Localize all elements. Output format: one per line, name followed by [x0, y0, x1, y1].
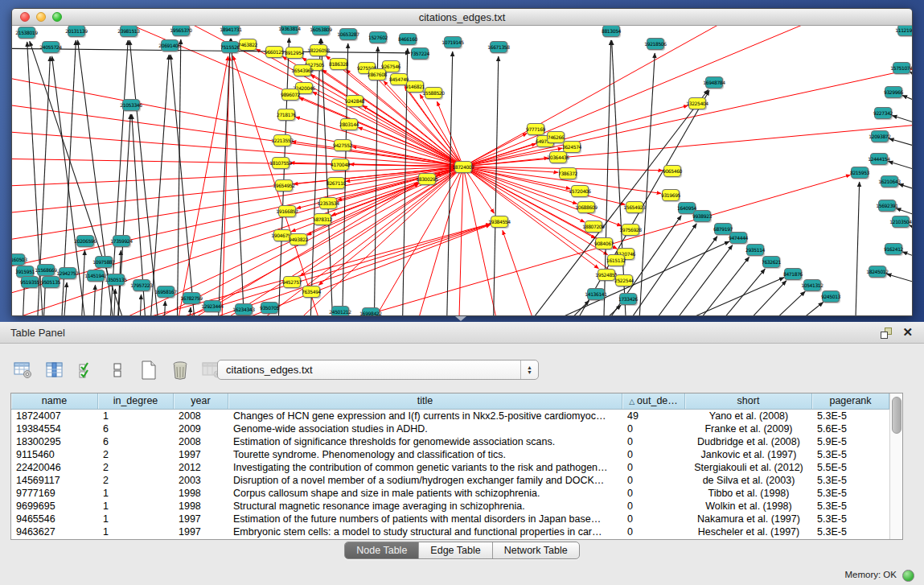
table-cell[interactable]: Wolkin et al. (1998)	[685, 500, 812, 513]
graph-node[interactable]: 9896072	[281, 89, 299, 101]
graph-node[interactable]: 1615132	[607, 254, 625, 266]
table-cell[interactable]: Genome-wide association studies in ADHD.	[228, 422, 622, 435]
table-cell[interactable]: 18724007	[11, 410, 98, 422]
graph-node[interactable]: 19565370	[172, 26, 190, 36]
table-cell[interactable]: 2009	[174, 422, 228, 435]
table-cell[interactable]: 1	[98, 487, 174, 500]
table-cell[interactable]: 0	[622, 525, 685, 538]
table-cell[interactable]: 2	[98, 461, 174, 474]
graph-node[interactable]: 12093872	[871, 130, 889, 142]
table-cell[interactable]: 5.3E-5	[812, 525, 889, 538]
table-scrollbar-thumb[interactable]	[892, 397, 901, 434]
column-header-title[interactable]: title	[228, 393, 622, 409]
graph-node[interactable]: 15692391	[878, 200, 896, 212]
table-cell[interactable]: 14569117	[11, 474, 98, 487]
table-cell[interactable]: 18300295	[11, 435, 98, 448]
table-cell[interactable]: 0	[622, 474, 685, 487]
table-cell[interactable]: 2008	[174, 435, 228, 448]
graph-node[interactable]: 9777169	[527, 123, 544, 135]
graph-node[interactable]: 14136141	[587, 288, 605, 300]
table-cell[interactable]: 5.3E-5	[812, 513, 889, 525]
graph-node[interactable]: 2718176	[277, 109, 295, 121]
table-cell[interactable]: Yano et al. (2008)	[685, 410, 812, 422]
graph-node[interactable]: 16671358	[490, 41, 507, 53]
graph-node[interactable]: 13505135	[107, 274, 125, 286]
graph-node[interactable]: 10541312	[803, 279, 821, 291]
tab-edge-table[interactable]: Edge Table	[419, 542, 492, 558]
graph-node[interactable]: 9245013	[822, 290, 840, 303]
table-cell[interactable]: 19384554	[11, 422, 98, 435]
graph-node[interactable]: 8186328	[330, 58, 347, 70]
graph-node[interactable]: 18300295	[418, 173, 436, 185]
table-cell[interactable]: 5.3E-5	[812, 487, 889, 500]
graph-node[interactable]: 9319695	[662, 189, 680, 201]
column-header-short[interactable]: short	[685, 393, 812, 409]
table-cell[interactable]: Corpus callosum shape and size in male p…	[228, 487, 622, 500]
graph-node[interactable]: 24055724	[42, 41, 60, 53]
graph-node[interactable]: 19756928	[622, 224, 639, 236]
graph-node[interactable]: 26160503	[12, 253, 25, 266]
graph-node[interactable]: 19524851	[598, 269, 615, 281]
table-cell[interactable]: Structural magnetic resonance image aver…	[228, 500, 622, 513]
column-header-year[interactable]: year	[174, 393, 228, 409]
graph-node[interactable]: 23981513	[120, 26, 138, 37]
graph-node[interactable]: 20691406	[161, 39, 179, 51]
table-row[interactable]: 1830029562008Estimation of significance …	[11, 435, 889, 448]
table-cell[interactable]: Franke et al. (2009)	[685, 422, 812, 435]
table-cell[interactable]: 1998	[174, 487, 228, 500]
float-panel-icon[interactable]	[881, 328, 892, 339]
table-cell[interactable]: 2	[98, 474, 174, 487]
table-row[interactable]: 1938455462009Genome-wide association stu…	[11, 422, 889, 435]
table-cell[interactable]: 1	[98, 513, 174, 525]
delete-table-trash-icon[interactable]	[170, 360, 191, 381]
graph-node[interactable]: 18226058	[310, 44, 327, 56]
graph-node[interactable]: 3624574	[563, 141, 581, 153]
graph-node[interactable]: 9350705	[261, 302, 278, 314]
table-cell[interactable]: 9777169	[11, 487, 98, 500]
table-cell[interactable]: Investigating the contribution of common…	[228, 461, 622, 474]
graph-node[interactable]: 16782759	[183, 292, 200, 304]
graph-node[interactable]: 18807209	[585, 220, 602, 233]
graph-node[interactable]: 7632621	[762, 256, 780, 268]
graph-node[interactable]: 18941731	[222, 26, 240, 35]
table-row[interactable]: 946554611997Estimation of the future num…	[11, 513, 889, 525]
graph-node[interactable]: 16948784	[705, 76, 723, 89]
table-cell[interactable]: 9463627	[11, 525, 98, 538]
graph-node[interactable]: 9505135	[42, 276, 60, 288]
tab-network-table[interactable]: Network Table	[493, 542, 579, 558]
graph-node[interactable]: 2803144	[340, 118, 358, 130]
table-row[interactable]: 969969511998Structural magnetic resonanc…	[11, 500, 889, 513]
graph-node[interactable]: 15654923	[626, 201, 643, 213]
graph-node[interactable]: 16234343	[235, 303, 253, 315]
table-cell[interactable]: 49	[622, 410, 685, 422]
graph-node[interactable]: 12213553	[273, 134, 291, 146]
graph-node[interactable]: 16543962	[294, 64, 311, 76]
column-header-in_degree[interactable]: in_degree	[98, 393, 174, 409]
graph-node[interactable]: 11451942	[87, 270, 105, 282]
graph-node[interactable]: 8471876	[784, 268, 802, 280]
graph-node[interactable]: 9493822	[290, 233, 307, 245]
table-cell[interactable]: 5.3E-5	[812, 474, 889, 487]
table-row[interactable]: 2242004622012Investigating the contribut…	[11, 461, 889, 474]
table-cell[interactable]: 1997	[174, 525, 228, 538]
graph-node[interactable]: 10688609	[577, 201, 595, 213]
graph-node[interactable]: 12444154	[870, 153, 888, 165]
table-cell[interactable]: Stergiakouli et al. (2012)	[685, 461, 812, 474]
graph-node[interactable]: 18245012	[869, 266, 886, 278]
graph-node[interactable]: 7463822	[239, 39, 257, 51]
table-cell[interactable]: 5.6E-5	[812, 422, 889, 435]
graph-node[interactable]: 746266	[547, 131, 565, 143]
graph-node[interactable]: 12942757	[59, 267, 76, 279]
column-header-out_de[interactable]: △out_de…	[622, 393, 685, 409]
table-cell[interactable]: 5.9E-5	[812, 435, 889, 448]
table-source-select[interactable]: citations_edges.txt ▲▼	[217, 360, 539, 380]
graph-node[interactable]: 11568669	[37, 264, 55, 276]
table-cell[interactable]: 1	[98, 525, 174, 538]
table-cell[interactable]: 0	[622, 461, 685, 474]
graph-node[interactable]: 18107553	[272, 157, 290, 169]
graph-node[interactable]: 20131139	[68, 26, 85, 37]
table-cell[interactable]: 0	[622, 448, 685, 461]
table-cell[interactable]: 5.3E-5	[812, 448, 889, 461]
graph-node[interactable]: 19654952	[275, 179, 293, 192]
table-scrollbar[interactable]	[889, 393, 902, 539]
